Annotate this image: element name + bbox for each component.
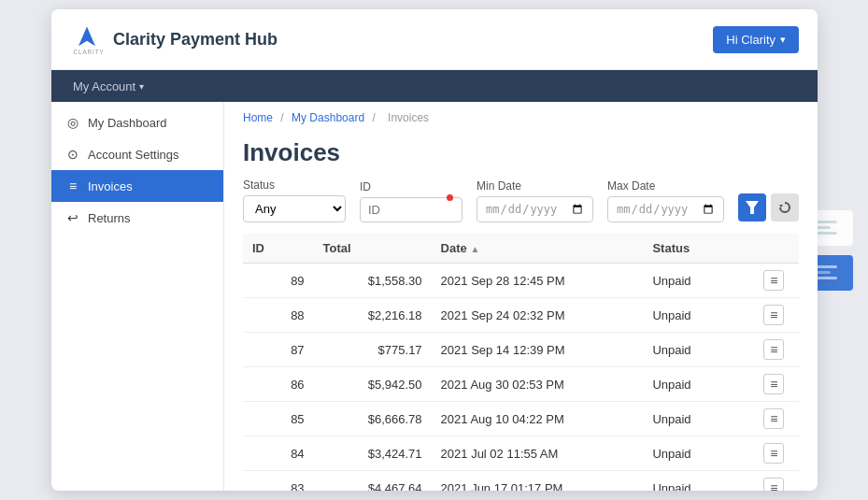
cell-action-6: ≡	[749, 471, 799, 492]
row-action-button-4[interactable]: ≡	[763, 408, 784, 429]
table-row: 84 $3,424.71 2021 Jul 02 11:55 AM Unpaid…	[243, 436, 799, 471]
cell-status-5: Unpaid	[643, 436, 748, 471]
cell-date-0: 2021 Sep 28 12:45 PM	[432, 264, 644, 298]
cell-status-2: Unpaid	[643, 333, 748, 367]
cell-status-1: Unpaid	[643, 298, 748, 333]
filter-id-wrapper	[360, 197, 462, 222]
filter-max-date-label: Max Date	[607, 179, 724, 193]
breadcrumb-sep-1: /	[280, 111, 287, 124]
cell-id-5: 84	[243, 436, 314, 471]
col-total[interactable]: Total	[314, 234, 432, 264]
filter-status-label: Status	[243, 179, 346, 192]
nav-my-account[interactable]: My Account	[65, 74, 151, 99]
sidebar-item-invoices[interactable]: ≡ Invoices	[51, 170, 223, 202]
filter-reset-button[interactable]	[771, 193, 799, 221]
sidebar-item-my-dashboard[interactable]: ◎ My Dashboard	[51, 107, 223, 138]
cell-id-1: 88	[243, 298, 314, 333]
cell-date-5: 2021 Jul 02 11:55 AM	[432, 436, 644, 471]
col-status[interactable]: Status	[643, 234, 748, 264]
cell-date-6: 2021 Jun 17 01:17 PM	[432, 471, 644, 492]
row-action-button-1[interactable]: ≡	[763, 305, 784, 325]
sidebar-item-account-settings[interactable]: ⊙ Account Settings	[51, 138, 223, 170]
app-header: CLARITY Clarity Payment Hub Hi Clarity	[51, 9, 818, 70]
breadcrumb-sep-2: /	[372, 111, 378, 124]
nav-bar: My Account	[51, 70, 818, 102]
svg-text:CLARITY: CLARITY	[74, 49, 104, 55]
filter-min-date-input[interactable]	[477, 196, 593, 222]
logo-area: CLARITY Clarity Payment Hub	[70, 22, 277, 56]
breadcrumb: Home / My Dashboard / Invoices	[224, 102, 818, 129]
filter-max-date-input[interactable]	[607, 196, 724, 222]
filter-apply-button[interactable]	[738, 193, 766, 221]
page-title: Invoices	[243, 138, 799, 167]
filter-max-date-group: Max Date	[607, 179, 724, 222]
cell-action-1: ≡	[749, 298, 799, 333]
table-row: 88 $2,216.18 2021 Sep 24 02:32 PM Unpaid…	[243, 298, 799, 333]
main-section: Home / My Dashboard / Invoices Invoices …	[224, 102, 818, 491]
app-title: Clarity Payment Hub	[113, 30, 277, 50]
table-row: 86 $5,942.50 2021 Aug 30 02:53 PM Unpaid…	[243, 367, 799, 402]
table-row: 83 $4,467.64 2021 Jun 17 01:17 PM Unpaid…	[243, 471, 799, 492]
cell-status-6: Unpaid	[643, 471, 748, 492]
cell-status-3: Unpaid	[643, 367, 748, 402]
table-header: ID Total Date ▲ Status	[243, 234, 799, 264]
cell-total-2: $775.17	[314, 333, 432, 367]
main-content: Invoices Status Any Unpaid Paid Pending	[224, 129, 818, 491]
cell-status-0: Unpaid	[643, 264, 748, 298]
cell-date-3: 2021 Aug 30 02:53 PM	[432, 367, 644, 402]
row-action-button-6[interactable]: ≡	[763, 478, 784, 491]
filter-id-group: ID	[360, 180, 462, 222]
filter-status-select[interactable]: Any Unpaid Paid Pending	[243, 195, 346, 222]
cell-total-0: $1,558.30	[314, 264, 432, 298]
sort-icon: ▲	[470, 244, 479, 254]
breadcrumb-home[interactable]: Home	[243, 111, 273, 124]
invoices-icon: ≡	[65, 179, 80, 193]
sidebar-label-dashboard: My Dashboard	[88, 116, 167, 130]
col-date[interactable]: Date ▲	[432, 234, 644, 264]
row-action-button-2[interactable]: ≡	[763, 339, 784, 360]
sidebar-label-settings: Account Settings	[88, 148, 179, 162]
app-logo-icon: CLARITY	[70, 22, 104, 56]
app-title-block: Clarity Payment Hub	[113, 30, 277, 50]
cell-total-1: $2,216.18	[314, 298, 432, 333]
invoice-table: ID Total Date ▲ Status 89 $1,558.30 2021…	[243, 234, 799, 491]
cell-total-3: $5,942.50	[314, 367, 432, 402]
cell-action-3: ≡	[749, 367, 799, 402]
cell-status-4: Unpaid	[643, 402, 748, 436]
svg-marker-3	[779, 205, 783, 207]
hi-clarity-button[interactable]: Hi Clarity	[713, 26, 799, 53]
cell-total-5: $3,424.71	[314, 436, 432, 471]
settings-icon: ⊙	[65, 147, 80, 162]
sidebar-label-invoices: Invoices	[88, 179, 133, 193]
cell-action-0: ≡	[749, 264, 799, 298]
filter-icon	[746, 201, 759, 214]
filter-id-input[interactable]	[360, 197, 462, 222]
cell-total-4: $6,666.78	[314, 402, 432, 436]
app-window: CLARITY Clarity Payment Hub Hi Clarity M…	[51, 9, 818, 491]
filters-row: Status Any Unpaid Paid Pending ID	[243, 179, 799, 222]
breadcrumb-current: Invoices	[388, 111, 429, 124]
col-action	[749, 234, 799, 264]
col-id[interactable]: ID	[243, 234, 314, 264]
filter-buttons	[738, 193, 799, 222]
cell-id-6: 83	[243, 471, 314, 492]
cell-date-2: 2021 Sep 14 12:39 PM	[432, 333, 644, 367]
sidebar-item-returns[interactable]: ↩ Returns	[51, 202, 223, 234]
content-area: ◎ My Dashboard ⊙ Account Settings ≡ Invo…	[51, 102, 818, 491]
table-row: 87 $775.17 2021 Sep 14 12:39 PM Unpaid ≡	[243, 333, 799, 367]
returns-icon: ↩	[65, 210, 80, 225]
sidebar: ◎ My Dashboard ⊙ Account Settings ≡ Invo…	[51, 102, 224, 491]
cell-id-3: 86	[243, 367, 314, 402]
row-action-button-0[interactable]: ≡	[763, 270, 784, 291]
row-action-button-3[interactable]: ≡	[763, 374, 784, 394]
filter-id-label: ID	[360, 180, 462, 193]
breadcrumb-dashboard[interactable]: My Dashboard	[292, 111, 364, 124]
sidebar-label-returns: Returns	[88, 211, 131, 225]
dashboard-icon: ◎	[65, 115, 80, 130]
cell-id-0: 89	[243, 264, 314, 298]
cell-action-5: ≡	[749, 436, 799, 471]
cell-id-2: 87	[243, 333, 314, 367]
cell-action-4: ≡	[749, 402, 799, 436]
row-action-button-5[interactable]: ≡	[763, 443, 784, 464]
cell-date-4: 2021 Aug 10 04:22 PM	[432, 402, 644, 436]
